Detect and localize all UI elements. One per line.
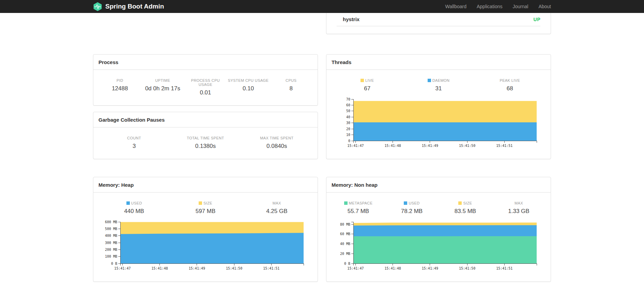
stat-value: 0.0840s [241,143,312,150]
stat-label: COUNT [98,136,170,140]
memory-nonheap-chart: 0 B20 MB40 MB60 MB80 MB15:41:4715:41:481… [332,219,546,272]
legend-swatch-icon [199,201,202,205]
stat-label: PROCESS CPU USAGE [184,78,227,87]
legend-swatch-icon [404,201,407,205]
gc-stats: COUNT3TOTAL TIME SPENT0.1380sMAX TIME SP… [98,136,312,150]
stat-used: USED440 MB [98,201,170,215]
stat-label: LIVE [332,78,403,82]
svg-text:15:41:51: 15:41:51 [496,267,512,270]
svg-text:15:41:48: 15:41:48 [384,144,401,148]
stat-label-text: CPUS [286,78,296,82]
svg-text:15:41:51: 15:41:51 [496,144,512,148]
process-stats: PID12488UPTIME0d 0h 2m 17sPROCESS CPU US… [98,78,312,96]
legend-swatch-icon [458,201,462,205]
svg-text:0: 0 [348,139,350,143]
stat-value: 12488 [98,85,141,92]
stat-label-text: SYSTEM CPU USAGE [228,78,269,82]
svg-text:200 MB: 200 MB [105,248,117,252]
stat-value: 0.1380s [170,143,241,150]
stat-label: MAX TIME SPENT [241,136,312,140]
stat-process-cpu-usage: PROCESS CPU USAGE0.01 [184,78,227,96]
stat-label-text: TOTAL TIME SPENT [187,136,224,140]
legend-swatch-icon [344,201,348,205]
stat-system-cpu-usage: SYSTEM CPU USAGE0.10 [227,78,270,96]
stat-value: 1.33 GB [492,208,546,215]
legend-swatch-icon [361,79,364,82]
svg-text:400 MB: 400 MB [105,234,117,238]
stat-label: MAX [241,201,312,205]
stat-cpus: CPUS8 [270,78,312,96]
stat-label-text: USED [409,201,419,205]
stat-value: 3 [98,143,170,150]
stat-uptime: UPTIME0d 0h 2m 17s [141,78,184,96]
threads-chart: 01020304050607015:41:4715:41:4815:41:491… [332,97,546,150]
stat-label: TOTAL TIME SPENT [170,136,241,140]
memory-nonheap-legend-stats: METASPACE55.7 MBUSED78.2 MBSIZE83.5 MBMA… [332,201,546,215]
memory-heap-panel-title: Memory: Heap [93,177,318,193]
stat-label: MAX [492,201,546,205]
pulse-hexagon-logo-icon [93,2,102,11]
stat-peak-live: PEAK LIVE68 [474,78,546,92]
stat-label-text: SIZE [203,201,212,205]
svg-text:15:41:47: 15:41:47 [347,144,364,148]
svg-text:15:41:48: 15:41:48 [151,267,168,270]
stat-total-time-spent: TOTAL TIME SPENT0.1380s [170,136,241,150]
threads-panel: Threads LIVE67DAEMON31PEAK LIVE68 010203… [326,54,551,159]
svg-text:20 MB: 20 MB [340,252,350,256]
svg-text:15:41:47: 15:41:47 [114,267,131,270]
svg-text:15:41:49: 15:41:49 [188,267,205,270]
stat-label-text: COUNT [127,136,141,140]
stat-live: LIVE67 [332,78,403,92]
memory-nonheap-panel: Memory: Non heap METASPACE55.7 MBUSED78.… [326,177,551,282]
threads-panel-title: Threads [326,55,551,70]
stat-max-time-spent: MAX TIME SPENT0.0840s [241,136,312,150]
stat-label-text: PEAK LIVE [500,78,520,82]
svg-text:15:41:50: 15:41:50 [459,144,475,148]
stat-daemon: DAEMON31 [403,78,474,92]
nav-link-about[interactable]: About [538,4,551,9]
svg-text:20: 20 [346,127,350,131]
gc-panel-title: Garbage Collection Pauses [93,112,318,127]
stat-value: 0.01 [184,89,227,96]
stat-label-text: DAEMON [432,78,450,82]
memory-heap-legend-stats: USED440 MBSIZE597 MBMAX4.25 GB [98,201,312,215]
nav-link-wallboard[interactable]: Wallboard [445,4,466,9]
svg-text:10: 10 [346,133,350,137]
nav-links: WallboardApplicationsJournalAbout [445,4,551,9]
brand-link[interactable]: Spring Boot Admin [93,2,164,11]
stat-label: UPTIME [141,78,184,82]
stat-size: SIZE597 MB [170,201,241,215]
stat-value: 55.7 MB [332,208,385,215]
svg-text:600 MB: 600 MB [105,220,117,224]
stat-value: 597 MB [170,208,241,215]
stat-label-text: MAX [515,201,523,205]
nav-link-applications[interactable]: Applications [477,4,503,9]
svg-text:300 MB: 300 MB [105,241,117,245]
svg-text:0 B: 0 B [111,262,117,265]
stat-value: 0d 0h 2m 17s [141,85,184,92]
svg-text:500 MB: 500 MB [105,227,117,231]
stat-metaspace: METASPACE55.7 MB [332,201,385,215]
stat-label: USED [98,201,170,205]
stat-value: 83.5 MB [439,208,492,215]
nav-link-journal[interactable]: Journal [512,4,528,9]
brand-title: Spring Boot Admin [105,3,164,10]
svg-text:15:41:50: 15:41:50 [226,267,242,270]
svg-text:15:41:49: 15:41:49 [421,144,438,148]
legend-swatch-icon [126,201,130,205]
stat-label-text: MAX TIME SPENT [260,136,293,140]
svg-text:15:41:48: 15:41:48 [384,267,401,270]
status-row-grid: hystrix UP [93,13,551,34]
stat-label-text: LIVE [365,78,374,82]
stat-value: 8 [270,85,312,92]
svg-text:0 B: 0 B [344,262,350,265]
stat-label: DAEMON [403,78,474,82]
stat-value: 67 [332,85,403,92]
stat-label: CPUS [270,78,312,82]
svg-text:15:41:50: 15:41:50 [459,267,475,270]
stat-label: PEAK LIVE [474,78,546,82]
application-name-link[interactable]: hystrix [343,16,359,22]
gc-panel: Garbage Collection Pauses COUNT3TOTAL TI… [93,112,318,159]
status-badge: UP [534,17,540,22]
stat-value: 31 [403,85,474,92]
